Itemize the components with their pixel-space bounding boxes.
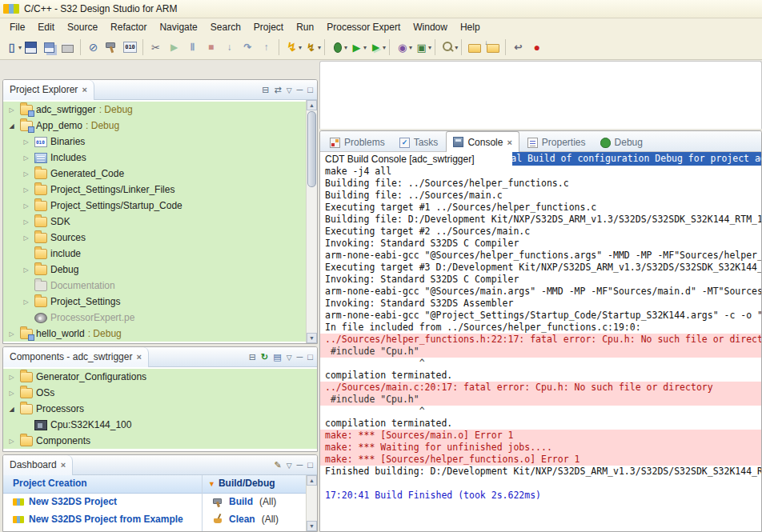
- flash-file-button[interactable]: [302, 38, 320, 57]
- refresh-icon[interactable]: [261, 353, 268, 362]
- resume-button[interactable]: [165, 38, 183, 57]
- maximize-icon[interactable]: [307, 353, 313, 362]
- project-explorer-item[interactable]: Includes: [3, 150, 307, 166]
- scroll-up-icon[interactable]: [307, 100, 317, 110]
- menu-window[interactable]: Window: [407, 20, 454, 34]
- minimize-icon[interactable]: [297, 86, 303, 94]
- tab-tasks[interactable]: Tasks: [393, 134, 445, 151]
- components-item[interactable]: Components: [3, 433, 317, 449]
- cut-button[interactable]: [146, 38, 165, 57]
- project-explorer-item[interactable]: hello_world: Debug: [3, 326, 307, 342]
- new-button[interactable]: [2, 38, 21, 57]
- binary-button[interactable]: [121, 38, 139, 57]
- components-item[interactable]: Cpu:S32K144_100: [3, 417, 317, 433]
- project-explorer-item[interactable]: ProcessorExpert.pe: [3, 310, 307, 326]
- minimize-icon[interactable]: [297, 353, 303, 362]
- menu-navigate[interactable]: Navigate: [153, 20, 203, 34]
- expand-arrow-icon[interactable]: [6, 106, 17, 114]
- expand-arrow-icon[interactable]: [21, 266, 31, 274]
- flash-button[interactable]: [283, 38, 301, 57]
- build-button[interactable]: [102, 38, 121, 57]
- project-explorer-scrollbar[interactable]: [306, 100, 317, 343]
- coverage-button[interactable]: [412, 38, 431, 57]
- project-explorer-item[interactable]: include: [3, 246, 307, 262]
- section-project-creation[interactable]: Project Creation: [13, 478, 87, 489]
- tab-debug[interactable]: Debug: [594, 134, 649, 151]
- minimize-icon[interactable]: [297, 461, 303, 470]
- expand-arrow-icon[interactable]: [21, 298, 31, 306]
- stop-red-button[interactable]: [527, 38, 546, 57]
- debug-button[interactable]: [328, 38, 347, 57]
- dashboard-link-new-s32ds-project[interactable]: New S32DS Project: [3, 493, 202, 510]
- dashboard-link-clean[interactable]: Clean(All): [203, 510, 306, 528]
- tab-properties[interactable]: Properties: [521, 134, 592, 151]
- project-explorer-item[interactable]: Sources: [3, 230, 307, 246]
- project-explorer-item[interactable]: Project_Settings/Startup_Code: [3, 198, 307, 214]
- expand-arrow-icon[interactable]: [6, 330, 17, 338]
- menu-refactor[interactable]: Refactor: [104, 20, 153, 34]
- menu-run[interactable]: Run: [290, 20, 320, 34]
- expand-arrow-icon[interactable]: [21, 154, 31, 162]
- tab-dashboard[interactable]: Dashboard: [3, 455, 73, 475]
- dashboard-link-build[interactable]: Build(All): [203, 493, 306, 510]
- menu-processor-expert[interactable]: Processor Expert: [320, 20, 407, 34]
- maximize-icon[interactable]: [307, 461, 313, 470]
- close-icon[interactable]: [82, 85, 86, 94]
- scrollbar-thumb[interactable]: [307, 111, 316, 187]
- profile-button[interactable]: [393, 38, 411, 57]
- edit-icon[interactable]: [274, 461, 281, 470]
- expand-arrow-icon[interactable]: [6, 438, 17, 445]
- step-return-button[interactable]: [257, 38, 275, 57]
- menu-project[interactable]: Project: [247, 20, 290, 34]
- project-explorer-item[interactable]: Generated_Code: [3, 166, 307, 182]
- view-menu-icon[interactable]: [287, 353, 292, 362]
- collapse-arrow-icon[interactable]: [6, 406, 17, 413]
- expand-arrow-icon[interactable]: [6, 374, 17, 381]
- close-icon[interactable]: [136, 352, 141, 362]
- expand-arrow-icon[interactable]: [21, 202, 31, 210]
- tab-console[interactable]: Console: [446, 131, 519, 152]
- collapse-arrow-icon[interactable]: [6, 122, 17, 130]
- section-build-debug[interactable]: Build/Debug: [208, 478, 275, 489]
- maximize-icon[interactable]: [307, 86, 313, 94]
- collapse-arrow-icon[interactable]: [208, 478, 215, 489]
- scroll-down-icon[interactable]: [307, 521, 317, 531]
- components-item[interactable]: Processors: [3, 401, 317, 417]
- step-into-button[interactable]: [220, 38, 239, 57]
- menu-help[interactable]: Help: [454, 20, 487, 34]
- project-explorer-item[interactable]: Project_Settings/Linker_Files: [3, 182, 307, 198]
- library-icon[interactable]: [273, 353, 281, 362]
- view-menu-icon[interactable]: [287, 461, 292, 470]
- components-item[interactable]: OSs: [3, 385, 317, 401]
- link-with-editor-icon[interactable]: [274, 86, 281, 94]
- expand-arrow-icon[interactable]: [21, 218, 31, 226]
- step-over-button[interactable]: [239, 38, 257, 57]
- expand-arrow-icon[interactable]: [21, 234, 31, 242]
- print-button[interactable]: [58, 38, 77, 57]
- project-explorer-item[interactable]: Documentation: [3, 278, 307, 294]
- tab-project-explorer[interactable]: Project Explorer: [3, 80, 94, 100]
- tab-problems[interactable]: Problems: [323, 134, 391, 151]
- project-explorer-item[interactable]: Debug: [3, 262, 307, 278]
- dashboard-scrollbar[interactable]: [306, 475, 317, 531]
- import-button[interactable]: [483, 38, 502, 57]
- save-button[interactable]: [22, 38, 40, 57]
- scroll-down-icon[interactable]: [307, 333, 317, 343]
- components-item[interactable]: Generator_Configurations: [3, 369, 317, 385]
- view-menu-icon[interactable]: [287, 86, 292, 94]
- collapse-all-icon[interactable]: [249, 353, 256, 362]
- scroll-up-icon[interactable]: [307, 475, 317, 486]
- close-icon[interactable]: [61, 460, 66, 470]
- project-explorer-item[interactable]: Project_Settings: [3, 294, 307, 310]
- run-button[interactable]: [347, 38, 366, 57]
- project-explorer-item[interactable]: App_demo: Debug: [3, 118, 307, 134]
- menu-edit[interactable]: Edit: [31, 20, 61, 34]
- suspend-button[interactable]: [183, 38, 202, 57]
- menu-file[interactable]: File: [3, 20, 31, 34]
- project-explorer-item[interactable]: Binaries: [3, 134, 307, 150]
- tab-components[interactable]: Components - adc_swtrigger: [3, 347, 149, 367]
- dashboard-link-new-s32ds-project-from-example[interactable]: New S32DS Project from Example: [3, 510, 202, 528]
- expand-arrow-icon[interactable]: [21, 186, 31, 194]
- last-edit-button[interactable]: [509, 38, 527, 57]
- open-folder-button[interactable]: [465, 38, 483, 57]
